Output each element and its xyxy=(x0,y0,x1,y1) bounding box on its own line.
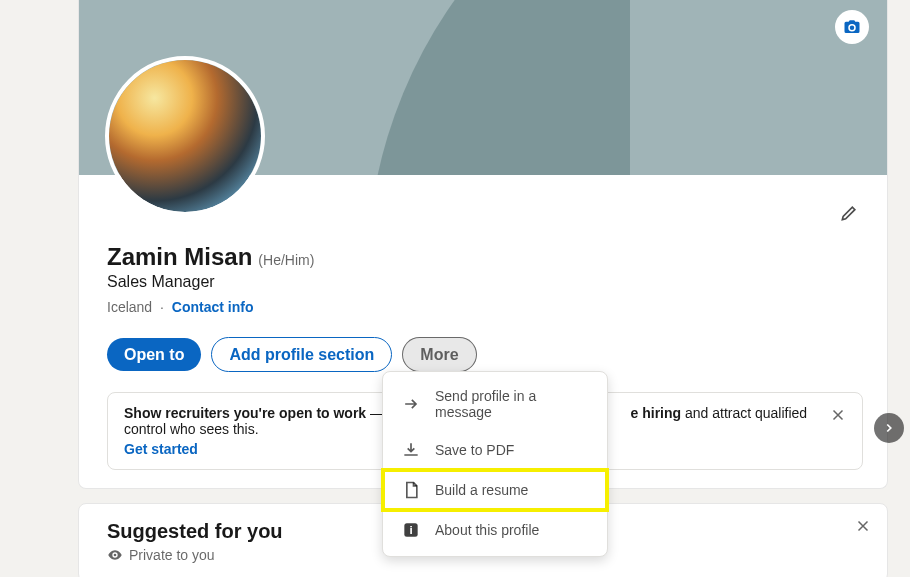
profile-avatar[interactable] xyxy=(105,56,265,216)
edit-icon[interactable] xyxy=(831,195,867,231)
carousel-next-button[interactable] xyxy=(874,413,904,443)
menu-build-resume[interactable]: Build a resume xyxy=(383,470,607,510)
download-icon xyxy=(401,440,421,460)
contact-info-link[interactable]: Contact info xyxy=(172,299,254,315)
menu-about-label: About this profile xyxy=(435,522,539,538)
private-label: Private to you xyxy=(129,547,215,563)
svg-text:i: i xyxy=(409,523,412,536)
open-to-button[interactable]: Open to xyxy=(107,338,201,371)
profile-name: Zamin Misan xyxy=(107,243,252,271)
menu-save-pdf[interactable]: Save to PDF xyxy=(383,430,607,470)
profile-title: Sales Manager xyxy=(107,273,859,291)
location-text: Iceland xyxy=(107,299,152,315)
close-icon[interactable] xyxy=(851,514,875,538)
open-card-lead-strong: Show recruiters you're open to work xyxy=(124,405,366,421)
menu-send-label: Send profile in a message xyxy=(435,388,589,420)
camera-icon[interactable] xyxy=(835,10,869,44)
menu-build-resume-label: Build a resume xyxy=(435,482,528,498)
get-started-link[interactable]: Get started xyxy=(124,441,198,457)
profile-pronouns: (He/Him) xyxy=(258,252,314,268)
location-row: Iceland · Contact info xyxy=(107,299,859,315)
more-button[interactable]: More xyxy=(402,337,476,372)
menu-about-profile[interactable]: i About this profile xyxy=(383,510,607,550)
close-icon[interactable] xyxy=(826,403,850,427)
menu-save-pdf-label: Save to PDF xyxy=(435,442,514,458)
more-dropdown: Send profile in a message Save to PDF Bu… xyxy=(382,371,608,557)
info-icon: i xyxy=(401,520,421,540)
eye-icon xyxy=(107,547,123,563)
add-profile-section-button[interactable]: Add profile section xyxy=(211,337,392,372)
arrow-right-icon xyxy=(401,394,421,414)
document-icon xyxy=(401,480,421,500)
menu-send-profile[interactable]: Send profile in a message xyxy=(383,378,607,430)
